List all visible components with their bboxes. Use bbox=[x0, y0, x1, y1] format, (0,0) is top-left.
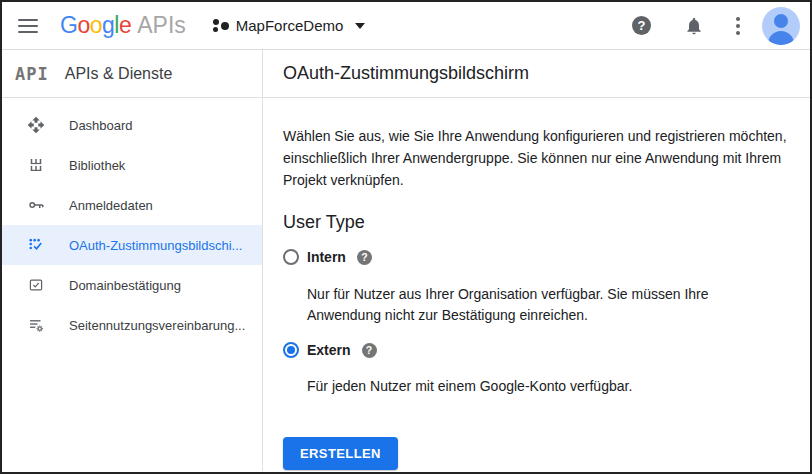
project-icon bbox=[212, 17, 229, 34]
key-icon bbox=[27, 196, 45, 214]
app-header: Google APIs MapForceDemo ? bbox=[2, 2, 810, 50]
page-title: OAuth-Zustimmungsbildschirm bbox=[283, 63, 529, 84]
create-button[interactable]: ERSTELLEN bbox=[283, 437, 398, 470]
radio-option-extern[interactable]: Extern ? bbox=[283, 342, 790, 358]
google-apis-logo[interactable]: Google APIs bbox=[60, 12, 186, 39]
more-vert-icon[interactable] bbox=[736, 15, 740, 36]
option-description: Für jeden Nutzer mit einem Google-Konto … bbox=[307, 376, 775, 397]
caret-down-icon bbox=[355, 23, 365, 29]
sidebar-item-label: Domainbestätigung bbox=[69, 278, 181, 293]
help-icon[interactable]: ? bbox=[632, 16, 651, 35]
sidebar-title: APIs & Dienste bbox=[65, 65, 173, 83]
sidebar-item-credentials[interactable]: Anmeldedaten bbox=[2, 185, 262, 225]
logo-letter: o bbox=[77, 12, 89, 39]
main-content: OAuth-Zustimmungsbildschirm Wählen Sie a… bbox=[263, 50, 810, 471]
intro-text: Wählen Sie aus, wie Sie Ihre Anwendung k… bbox=[283, 125, 787, 191]
radio-checked-icon[interactable] bbox=[283, 342, 299, 358]
sidebar-item-oauth-consent[interactable]: OAuth-Zustimmungsbildschi... bbox=[2, 225, 262, 265]
sidebar-item-dashboard[interactable]: Dashboard bbox=[2, 105, 262, 145]
dashboard-icon bbox=[27, 116, 45, 134]
logo-letter: e bbox=[119, 12, 131, 39]
sidebar-nav: Dashboard Bibliothek Anmeldedaten bbox=[2, 98, 262, 345]
sidebar-item-library[interactable]: Bibliothek bbox=[2, 145, 262, 185]
avatar[interactable] bbox=[762, 7, 800, 45]
help-icon[interactable]: ? bbox=[362, 343, 377, 358]
sidebar-item-label: Anmeldedaten bbox=[69, 198, 153, 213]
hamburger-menu-icon[interactable] bbox=[18, 19, 38, 33]
option-description: Nur für Nutzer aus Ihrer Organisation ve… bbox=[307, 284, 775, 326]
consent-icon bbox=[27, 236, 45, 254]
project-selector[interactable]: MapForceDemo bbox=[212, 17, 366, 34]
logo-suffix: APIs bbox=[137, 12, 186, 39]
user-type-heading: User Type bbox=[283, 212, 790, 233]
radio-unchecked-icon[interactable] bbox=[283, 249, 299, 265]
option-label: Intern bbox=[307, 249, 346, 265]
notifications-icon[interactable] bbox=[684, 16, 704, 36]
sidebar-item-label: OAuth-Zustimmungsbildschi... bbox=[69, 238, 242, 253]
radio-option-intern[interactable]: Intern ? bbox=[283, 249, 790, 265]
project-name: MapForceDemo bbox=[236, 17, 344, 34]
browser-app-window: Google APIs MapForceDemo ? API APIs & Di… bbox=[0, 0, 812, 474]
library-icon bbox=[27, 156, 45, 174]
logo-letter: G bbox=[60, 12, 77, 39]
sidebar-item-usage-agreements[interactable]: Seitennutzungsvereinbarung... bbox=[2, 305, 262, 345]
option-label: Extern bbox=[307, 342, 351, 358]
page-title-bar: OAuth-Zustimmungsbildschirm bbox=[263, 50, 810, 98]
logo-letter: o bbox=[90, 12, 102, 39]
api-badge-icon: API bbox=[15, 64, 49, 84]
logo-letter: g bbox=[102, 12, 114, 39]
sidebar: API APIs & Dienste Dashboard Bibliothek bbox=[2, 50, 263, 471]
sidebar-header: API APIs & Dienste bbox=[2, 50, 262, 98]
usage-agreements-icon bbox=[27, 316, 45, 334]
sidebar-item-domain-verification[interactable]: Domainbestätigung bbox=[2, 265, 262, 305]
sidebar-item-label: Dashboard bbox=[69, 118, 133, 133]
help-icon[interactable]: ? bbox=[357, 250, 372, 265]
sidebar-item-label: Seitennutzungsvereinbarung... bbox=[69, 318, 245, 333]
header-actions: ? bbox=[632, 7, 800, 45]
sidebar-item-label: Bibliothek bbox=[69, 158, 125, 173]
domain-verification-icon bbox=[27, 276, 45, 294]
